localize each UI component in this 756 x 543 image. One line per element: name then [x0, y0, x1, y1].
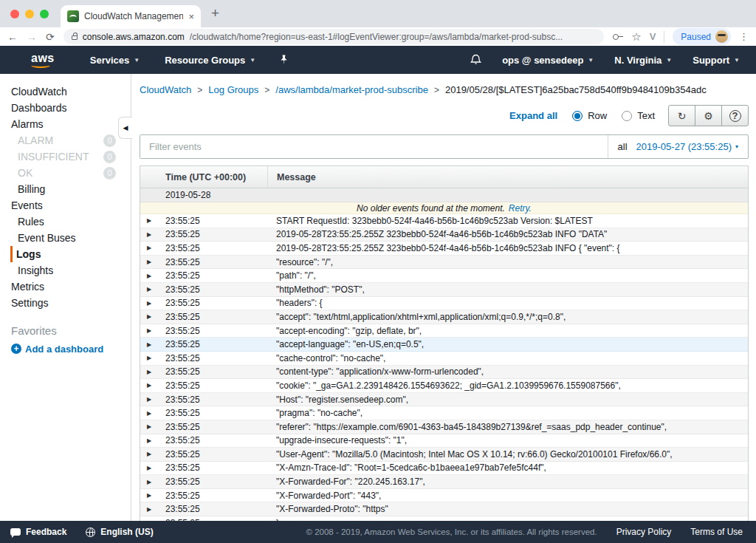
all-label[interactable]: all: [618, 141, 628, 152]
terms-of-use-link[interactable]: Terms of Use: [690, 527, 743, 537]
sidebar-item-settings[interactable]: Settings: [0, 295, 131, 311]
region-menu[interactable]: N. Virginia ▼: [614, 55, 672, 66]
pin-icon[interactable]: [279, 55, 289, 65]
expand-arrow-icon[interactable]: ▶: [140, 341, 162, 348]
table-row[interactable]: ▶23:55:25"referer": "https://example.com…: [140, 420, 748, 434]
text-radio[interactable]: [622, 111, 632, 121]
table-row[interactable]: ▶23:55:25"httpMethod": "POST",: [140, 283, 748, 297]
expand-arrow-icon[interactable]: ▶: [140, 259, 162, 265]
sidebar-item-billing[interactable]: Billing: [0, 181, 131, 197]
row-radio-selected[interactable]: [572, 111, 583, 121]
expand-arrow-icon[interactable]: ▶: [140, 300, 162, 307]
privacy-policy-link[interactable]: Privacy Policy: [616, 527, 672, 537]
expand-arrow-icon[interactable]: ▶: [140, 313, 162, 320]
settings-button[interactable]: ⚙: [695, 105, 722, 126]
table-row[interactable]: ▶23:55:25"content-type": "application/x-…: [140, 366, 748, 380]
address-bar[interactable]: console.aws.amazon.com /cloudwatch/home?…: [63, 29, 604, 44]
browser-menu-icon[interactable]: ⋮: [739, 31, 749, 42]
sidebar-item-event-buses[interactable]: Event Buses: [0, 230, 131, 246]
expand-arrow-icon[interactable]: ▶: [140, 479, 162, 485]
sidebar-item-events[interactable]: Events: [0, 197, 131, 214]
notifications-bell-icon[interactable]: [470, 54, 481, 66]
sidebar-item-alarms[interactable]: Alarms: [0, 116, 131, 132]
sidebar-item-logs[interactable]: Logs: [10, 246, 131, 262]
date-range-dropdown[interactable]: 2019-05-27 (23:55:25) ▾: [636, 141, 738, 152]
table-row[interactable]: ▶23:55:25"resource": "/",: [140, 256, 748, 270]
table-row[interactable]: ▶23:55:25"Host": "register.sensedeep.com…: [140, 393, 748, 407]
row-radio-group[interactable]: Row: [572, 110, 607, 121]
table-row[interactable]: ▶23:55:25"upgrade-insecure-requests": "1…: [140, 434, 748, 448]
browser-tab[interactable]: CloudWatch Management Cons ×: [61, 5, 201, 27]
minimize-window-button[interactable]: [25, 10, 34, 18]
expand-arrow-icon[interactable]: ▶: [140, 492, 162, 499]
sidebar-item-ok[interactable]: OK0: [0, 165, 131, 181]
help-button[interactable]: ?: [721, 105, 749, 126]
sidebar-item-alarm[interactable]: ALARM0: [0, 132, 131, 148]
table-row[interactable]: ▶23:55:25"accept": "text/html,applicatio…: [140, 310, 748, 324]
table-row[interactable]: ▶23:55:25"headers": {: [140, 297, 748, 311]
table-row[interactable]: ▶23:55:25START RequestId: 323bebb0-524f-…: [140, 214, 748, 228]
sidebar-collapse-button[interactable]: ◀: [118, 117, 132, 139]
expand-arrow-icon[interactable]: ▶: [140, 437, 162, 444]
retry-link[interactable]: Retry.: [509, 203, 532, 214]
table-row[interactable]: ▶23:55:25"X-Forwarded-Proto": "https": [140, 502, 748, 516]
password-key-icon[interactable]: [613, 32, 623, 42]
expand-arrow-icon[interactable]: ▶: [140, 396, 162, 403]
maximize-window-button[interactable]: [40, 10, 49, 18]
services-menu[interactable]: Services ▼: [90, 55, 140, 66]
table-row[interactable]: ▶23:55:252019-05-28T23:55:25.255Z 323beb…: [140, 242, 748, 256]
table-row[interactable]: ▶23:55:25"accept-encoding": "gzip, defla…: [140, 324, 748, 338]
text-radio-group[interactable]: Text: [622, 110, 655, 121]
filter-events-input[interactable]: [140, 135, 608, 158]
language-selector[interactable]: English (US): [86, 527, 153, 537]
expand-arrow-icon[interactable]: ▶: [140, 286, 162, 293]
sync-paused-chip[interactable]: Paused: [673, 28, 731, 45]
expand-arrow-icon[interactable]: ▶: [140, 231, 162, 238]
close-window-button[interactable]: [10, 10, 19, 18]
add-dashboard-link[interactable]: + Add a dashboard: [0, 339, 131, 358]
expand-arrow-icon[interactable]: ▶: [140, 217, 162, 224]
table-row[interactable]: ▶23:55:25"X-Forwarded-Port": "443",: [140, 489, 748, 503]
breadcrumb-link-log-groups[interactable]: Log Groups: [208, 84, 258, 95]
refresh-button[interactable]: ↻: [668, 105, 695, 126]
table-row[interactable]: ▶23:55:25"X-Forwarded-For": "220.245.163…: [140, 475, 748, 489]
breadcrumb-link--aws-lambda-market-prod-subscribe[interactable]: /aws/lambda/market-prod-subscribe: [275, 84, 428, 95]
aws-logo[interactable]: aws: [31, 52, 55, 68]
reload-button[interactable]: ⟳: [46, 32, 55, 42]
expand-arrow-icon[interactable]: ▶: [140, 465, 162, 471]
table-row[interactable]: ▶23:55:25"path": "/",: [140, 269, 748, 283]
back-button[interactable]: ←: [7, 32, 18, 42]
expand-arrow-icon[interactable]: ▶: [140, 451, 162, 457]
extension-icon[interactable]: V: [650, 31, 656, 42]
feedback-button[interactable]: Feedback: [10, 527, 66, 537]
sidebar-item-rules[interactable]: Rules: [0, 214, 131, 230]
table-row[interactable]: ▶23:55:25"accept-language": "en-US,en;q=…: [140, 338, 748, 352]
expand-arrow-icon[interactable]: ▶: [140, 327, 162, 334]
expand-arrow-icon[interactable]: ▶: [140, 273, 162, 279]
resource-groups-menu[interactable]: Resource Groups ▼: [165, 55, 255, 66]
sidebar-item-metrics[interactable]: Metrics: [0, 279, 131, 295]
table-row[interactable]: ▶23:55:25"X-Amzn-Trace-Id": "Root=1-5ced…: [140, 462, 748, 476]
account-menu[interactable]: ops @ sensedeep ▼: [502, 55, 594, 66]
sidebar-item-dashboards[interactable]: Dashboards: [0, 100, 131, 116]
tab-close-icon[interactable]: ×: [188, 12, 194, 21]
breadcrumb-link-cloudwatch[interactable]: CloudWatch: [140, 84, 191, 95]
table-row[interactable]: ▶23:55:25"cookie": "_ga=GA1.2.239148426.…: [140, 379, 748, 393]
expand-arrow-icon[interactable]: ▶: [140, 410, 162, 417]
expand-arrow-icon[interactable]: ▶: [140, 245, 162, 251]
expand-arrow-icon[interactable]: ▶: [140, 369, 162, 375]
expand-arrow-icon[interactable]: ▶: [140, 382, 162, 389]
table-row[interactable]: ▶23:55:25"User-Agent": "Mozilla/5.0 (Mac…: [140, 448, 748, 462]
expand-arrow-icon[interactable]: ▶: [140, 506, 162, 513]
expand-arrow-icon[interactable]: ▶: [140, 423, 162, 430]
table-row[interactable]: ▶23:55:25"pragma": "no-cache",: [140, 406, 748, 420]
table-row[interactable]: ▶23:55:252019-05-28T23:55:25.255Z 323beb…: [140, 228, 748, 242]
forward-button[interactable]: →: [27, 32, 37, 42]
sidebar-item-insights[interactable]: Insights: [0, 262, 131, 279]
expand-arrow-icon[interactable]: ▶: [140, 355, 162, 361]
sidebar-item-insufficient[interactable]: INSUFFICIENT0: [0, 148, 131, 165]
expand-all-link[interactable]: Expand all: [509, 110, 557, 121]
table-row[interactable]: ▶23:55:25"cache-control": "no-cache",: [140, 352, 748, 366]
support-menu[interactable]: Support ▼: [693, 55, 740, 66]
sidebar-item-cloudwatch[interactable]: CloudWatch: [0, 83, 131, 100]
